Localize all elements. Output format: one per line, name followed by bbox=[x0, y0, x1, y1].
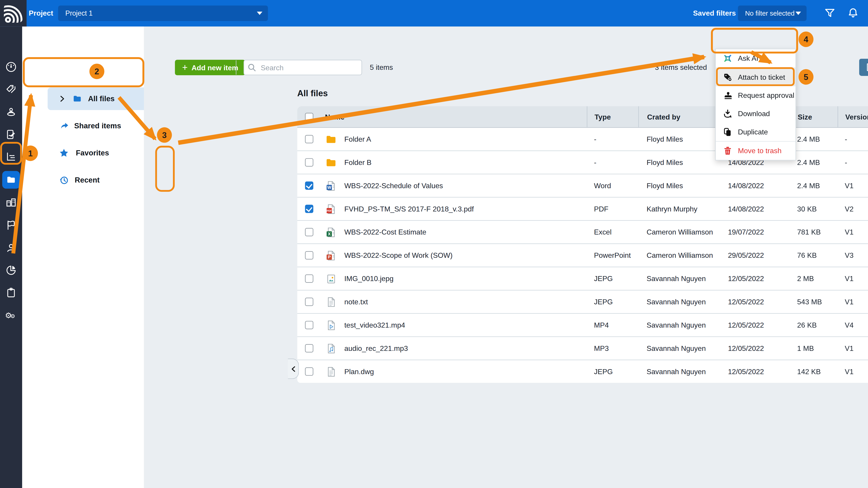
file-size: 781 KB bbox=[789, 221, 838, 243]
table-row[interactable]: test_video321.mp4 MP4 Savannah Nguyen 12… bbox=[297, 313, 868, 336]
created-on: 29/05/2022 bbox=[720, 244, 789, 267]
sidebar-item-label: Shared items bbox=[74, 122, 121, 130]
row-checkbox[interactable] bbox=[305, 158, 313, 166]
table-row[interactable]: FVHD_PS-TM_S/S 2017-F 2018_v.3.pdf PDF K… bbox=[297, 197, 868, 220]
col-name[interactable]: Name bbox=[321, 106, 587, 127]
menu-item-icon bbox=[723, 146, 733, 156]
sidebar-item-favorites[interactable]: Favorites bbox=[59, 147, 109, 158]
menu-item[interactable]: Move to trash bbox=[716, 142, 796, 160]
search-input[interactable] bbox=[244, 60, 362, 75]
file-version: - bbox=[837, 151, 868, 174]
add-new-item-label: Add new item bbox=[191, 63, 238, 72]
file-size: 2 MB bbox=[789, 267, 838, 290]
file-type-icon bbox=[326, 157, 337, 168]
selected-count: 3 items selected bbox=[655, 60, 707, 75]
menu-item-icon bbox=[723, 127, 733, 137]
saved-filters-label: Saved filters bbox=[693, 0, 736, 27]
items-count: 5 items bbox=[370, 60, 393, 75]
file-type: - bbox=[587, 151, 638, 174]
col-size[interactable]: Size bbox=[789, 106, 838, 127]
bell-icon[interactable] bbox=[847, 7, 859, 20]
col-type[interactable]: Type bbox=[587, 106, 638, 127]
row-checkbox[interactable] bbox=[305, 205, 313, 213]
table-row[interactable]: WBS-2022-Cost Estimate Excel Cameron Wil… bbox=[297, 220, 868, 243]
tags-icon[interactable] bbox=[5, 84, 17, 96]
buildings-icon[interactable] bbox=[5, 196, 17, 208]
created-by: Savannah Nguyen bbox=[638, 360, 720, 383]
row-checkbox[interactable] bbox=[305, 344, 313, 352]
flag-icon[interactable] bbox=[5, 219, 17, 231]
menu-item[interactable]: Attach to ticket bbox=[716, 68, 796, 86]
saved-filter-select[interactable]: No filter selected bbox=[738, 5, 807, 21]
sidebar-item-files-active[interactable] bbox=[2, 171, 20, 189]
menu-item-label: Request approval bbox=[738, 91, 794, 100]
chevron-down-icon bbox=[796, 11, 801, 15]
share-icon bbox=[59, 121, 69, 131]
menu-item[interactable]: Download bbox=[716, 105, 796, 123]
dashboard-gauge-icon[interactable] bbox=[5, 61, 17, 73]
menu-item-label: Duplicate bbox=[738, 128, 768, 136]
created-by: Cameron Williamson bbox=[638, 221, 720, 243]
bulk-actions-icon bbox=[865, 63, 868, 72]
row-checkbox[interactable] bbox=[305, 274, 313, 283]
table-row[interactable]: IMG_0010.jepg JEPG Savannah Nguyen 12/05… bbox=[297, 267, 868, 290]
filter-funnel-icon[interactable] bbox=[824, 7, 836, 20]
app-logo[interactable] bbox=[0, 0, 27, 27]
clipboard-icon[interactable] bbox=[5, 287, 17, 299]
created-on: 12/05/2022 bbox=[720, 360, 789, 383]
add-new-item-button[interactable]: + Add new item bbox=[175, 60, 246, 75]
pie-chart-icon[interactable] bbox=[5, 264, 17, 276]
table-row[interactable]: WBS-2022-Scope of Work (SOW) PowerPoint … bbox=[297, 243, 868, 267]
chart-gantt-icon[interactable] bbox=[5, 151, 17, 163]
sidebar-collapse-handle[interactable] bbox=[288, 359, 299, 379]
col-version[interactable]: Version bbox=[837, 106, 868, 127]
file-size: 2.4 MB bbox=[789, 151, 838, 174]
app-window: W PDF X P Proje bbox=[0, 0, 868, 488]
file-type-icon bbox=[326, 296, 337, 307]
menu-item[interactable]: Request approval bbox=[716, 86, 796, 105]
row-checkbox[interactable] bbox=[305, 367, 313, 376]
table-row[interactable]: WBS-2022-Schedule of Values Word Floyd M… bbox=[297, 174, 868, 197]
row-checkbox[interactable] bbox=[305, 298, 313, 306]
created-by: Savannah Nguyen bbox=[638, 337, 720, 359]
created-by: Floyd Miles bbox=[638, 174, 720, 197]
person-pin-icon[interactable] bbox=[5, 106, 17, 118]
file-size: 543 MB bbox=[789, 291, 838, 313]
settings-gears-icon[interactable]: ⚙⚙ bbox=[5, 309, 17, 322]
file-size: 76 KB bbox=[789, 244, 838, 267]
file-type: JEPG bbox=[587, 291, 638, 313]
icon-rail: ⚙⚙ bbox=[0, 27, 22, 488]
row-checkbox[interactable] bbox=[305, 321, 313, 329]
document-edit-icon[interactable] bbox=[5, 128, 17, 140]
table-row[interactable]: audio_rec_221.mp3 MP3 Savannah Nguyen 12… bbox=[297, 336, 868, 360]
file-version: V4 bbox=[837, 314, 868, 336]
row-checkbox[interactable] bbox=[305, 228, 313, 236]
menu-item[interactable]: Ask AI bbox=[716, 49, 796, 68]
row-checkbox[interactable] bbox=[305, 251, 313, 260]
sidebar-item-recent[interactable]: Recent bbox=[59, 174, 100, 185]
file-type: - bbox=[587, 128, 638, 151]
project-select[interactable]: Project 1 bbox=[58, 5, 268, 21]
file-version: V1 bbox=[837, 267, 868, 290]
row-checkbox[interactable] bbox=[305, 182, 313, 190]
created-by: Kathryn Murphy bbox=[638, 197, 720, 220]
bulk-actions-button[interactable]: Bulk actions bbox=[859, 59, 868, 76]
select-all-checkbox[interactable] bbox=[305, 112, 313, 121]
menu-item[interactable]: Duplicate bbox=[716, 123, 796, 141]
table-row[interactable]: note.txt JEPG Savannah Nguyen 12/05/2022… bbox=[297, 290, 868, 313]
file-nav-sidebar: All files Shared items Favorites Recent bbox=[22, 27, 144, 488]
file-version: V3 bbox=[837, 244, 868, 267]
saved-filter-select-value: No filter selected bbox=[745, 9, 796, 17]
col-created-by[interactable]: Crated by bbox=[638, 106, 720, 127]
file-type-icon bbox=[326, 343, 337, 354]
sidebar-item-label: Recent bbox=[75, 176, 100, 184]
table-row[interactable]: Plan.dwg JEPG Savannah Nguyen 12/05/2022… bbox=[297, 360, 868, 383]
user-icon[interactable] bbox=[5, 242, 17, 254]
row-checkbox[interactable] bbox=[305, 135, 313, 143]
page-title: All files bbox=[297, 89, 328, 98]
created-by: Floyd Miles bbox=[638, 151, 720, 174]
project-select-value: Project 1 bbox=[65, 9, 257, 17]
menu-item-icon bbox=[723, 54, 733, 63]
file-type-icon bbox=[326, 133, 337, 144]
sidebar-item-shared-items[interactable]: Shared items bbox=[59, 120, 121, 131]
